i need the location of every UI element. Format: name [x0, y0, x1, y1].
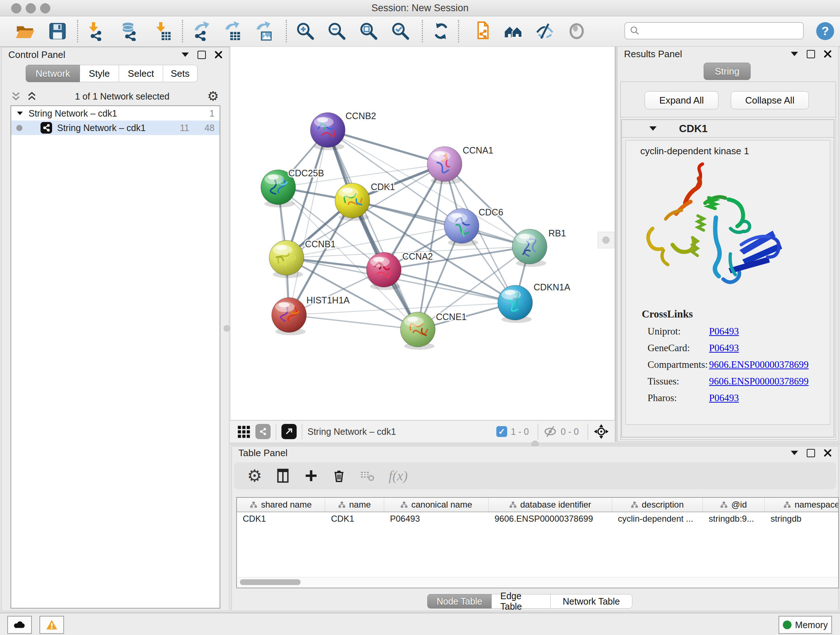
column-header--id[interactable]: @id [703, 498, 765, 511]
column-header-shared-name[interactable]: shared name [237, 498, 325, 511]
node-label-CDK1[interactable]: CDK1 [371, 182, 395, 192]
tab-style[interactable]: Style [80, 65, 119, 82]
close-window-button[interactable] [11, 3, 21, 13]
zoom-fit-icon[interactable] [358, 21, 379, 42]
delete-table-icon[interactable] [360, 468, 376, 484]
float-panel-icon[interactable] [791, 451, 798, 455]
node-label-CCNB2[interactable]: CCNB2 [346, 111, 376, 121]
string-import-icon[interactable] [472, 21, 493, 42]
zoom-in-icon[interactable] [295, 21, 316, 42]
crosslink-compartments[interactable]: 9606.ENSP00000378699 [709, 356, 808, 373]
collapse-all-icon[interactable] [27, 91, 37, 102]
help-icon[interactable]: ? [815, 21, 836, 42]
zoom-window-button[interactable] [40, 3, 50, 13]
maximize-panel-icon[interactable] [807, 50, 815, 58]
crosslink-uniprot[interactable]: P06493 [709, 323, 739, 340]
table-cell[interactable]: stringdb:9... [703, 514, 765, 524]
column-header-description[interactable]: description [612, 498, 703, 511]
node-label-CCNB1[interactable]: CCNB1 [305, 239, 336, 249]
table-cell[interactable]: CDK1 [325, 514, 384, 524]
table-settings-gear-icon[interactable]: ⚙ [247, 467, 262, 484]
crosslink-genecard[interactable]: P06493 [709, 340, 739, 356]
search-input[interactable] [641, 25, 799, 36]
node-label-HIST1H1A[interactable]: HIST1H1A [306, 295, 350, 305]
save-session-icon[interactable] [47, 21, 68, 42]
gene-section-header[interactable]: CDK1 [622, 120, 834, 138]
float-panel-icon[interactable] [791, 52, 798, 56]
close-panel-icon[interactable] [824, 50, 832, 58]
table-row[interactable]: CDK1CDK1P064939606.ENSP00000378699cyclin… [237, 512, 838, 525]
warning-button[interactable] [39, 616, 64, 634]
open-in-window-icon[interactable] [281, 424, 297, 439]
node-label-CCNE1[interactable]: CCNE1 [436, 312, 467, 322]
collapse-section-icon[interactable] [649, 126, 657, 131]
crosslink-tissues[interactable]: 9606.ENSP00000378699 [709, 373, 808, 390]
scrollbar-thumb[interactable] [240, 579, 301, 585]
export-image-icon[interactable] [253, 21, 273, 42]
import-network-database-icon[interactable] [118, 21, 139, 42]
tab-sets[interactable]: Sets [163, 65, 197, 82]
grid-view-icon[interactable] [237, 424, 252, 439]
column-header-database-identifier[interactable]: database identifier [489, 498, 612, 511]
table-cell[interactable]: cyclin-dependent ... [612, 514, 703, 524]
expand-all-button[interactable]: Expand All [645, 91, 718, 109]
node-label-CCNA2[interactable]: CCNA2 [402, 251, 433, 261]
zoom-selected-icon[interactable] [390, 21, 411, 42]
search-field[interactable] [624, 22, 804, 40]
close-panel-icon[interactable] [824, 449, 832, 457]
table-cell[interactable]: 9606.ENSP00000378699 [489, 514, 612, 524]
birds-eye-icon[interactable] [593, 424, 609, 440]
column-header-name[interactable]: name [325, 498, 384, 511]
tab-edge-table[interactable]: Edge Table [492, 594, 551, 608]
node-label-CCNA1[interactable]: CCNA1 [463, 145, 493, 155]
maximize-panel-icon[interactable] [197, 51, 206, 59]
tab-network[interactable]: Network [26, 65, 80, 82]
tab-network-table[interactable]: Network Table [551, 594, 632, 608]
maximize-panel-icon[interactable] [807, 449, 815, 457]
add-column-icon[interactable] [304, 469, 318, 483]
gear-icon[interactable]: ⚙ [207, 90, 219, 103]
import-network-file-icon[interactable] [85, 21, 106, 42]
node-label-CDC6[interactable]: CDC6 [478, 207, 503, 217]
zoom-out-icon[interactable] [326, 21, 347, 42]
table-cell[interactable]: stringdb [765, 514, 839, 524]
crosslink-pharos[interactable]: P06493 [709, 390, 739, 406]
hide-unhide-icon[interactable] [534, 21, 555, 42]
delete-column-icon[interactable] [332, 468, 347, 483]
node-label-CDKN1A[interactable]: CDKN1A [534, 282, 570, 292]
node-label-CDC25B[interactable]: CDC25B [288, 168, 324, 178]
table-horizontal-scrollbar[interactable] [238, 577, 837, 587]
node-label-RB1[interactable]: RB1 [548, 228, 566, 238]
column-header-canonical-name[interactable]: canonical name [384, 498, 489, 511]
column-header-namespace[interactable]: namespace [765, 498, 839, 511]
table-cell[interactable]: P06493 [384, 514, 489, 524]
tab-select[interactable]: Select [119, 65, 163, 82]
network-row[interactable]: String Network – cdk1 11 48 [11, 120, 219, 135]
export-table-icon[interactable] [221, 21, 242, 42]
collapse-all-button[interactable]: Collapse All [731, 91, 809, 109]
tab-string[interactable]: String [704, 63, 751, 80]
left-splitter-handle[interactable] [224, 325, 230, 332]
memory-button[interactable]: Memory [778, 616, 832, 634]
open-session-icon[interactable] [14, 21, 35, 42]
network-collection-row[interactable]: String Network – cdk1 1 [11, 106, 219, 120]
import-table-icon[interactable] [152, 21, 173, 42]
minimize-window-button[interactable] [26, 3, 36, 13]
expand-all-icon[interactable] [11, 91, 21, 102]
eye-icon[interactable] [566, 21, 587, 42]
network-canvas[interactable]: CCNB2CCNA1CDC25BCDK1CDC6RB1CCNB1CCNA2CDK… [230, 46, 615, 421]
collection-expand-icon[interactable] [17, 111, 23, 115]
hidden-eye-icon[interactable] [543, 424, 557, 439]
show-columns-icon[interactable] [275, 468, 291, 484]
refresh-icon[interactable] [431, 21, 452, 42]
share-view-icon[interactable] [256, 424, 271, 439]
table-cell[interactable]: CDK1 [237, 514, 325, 524]
float-panel-icon[interactable] [182, 52, 189, 57]
export-network-icon[interactable] [191, 21, 212, 42]
splitter-handle-pad[interactable] [598, 232, 614, 249]
cloud-button[interactable] [7, 616, 32, 634]
tab-node-table[interactable]: Node Table [427, 594, 492, 608]
function-builder-icon[interactable]: f(x) [388, 468, 408, 484]
close-panel-icon[interactable] [215, 51, 223, 59]
houses-icon[interactable] [503, 21, 524, 42]
